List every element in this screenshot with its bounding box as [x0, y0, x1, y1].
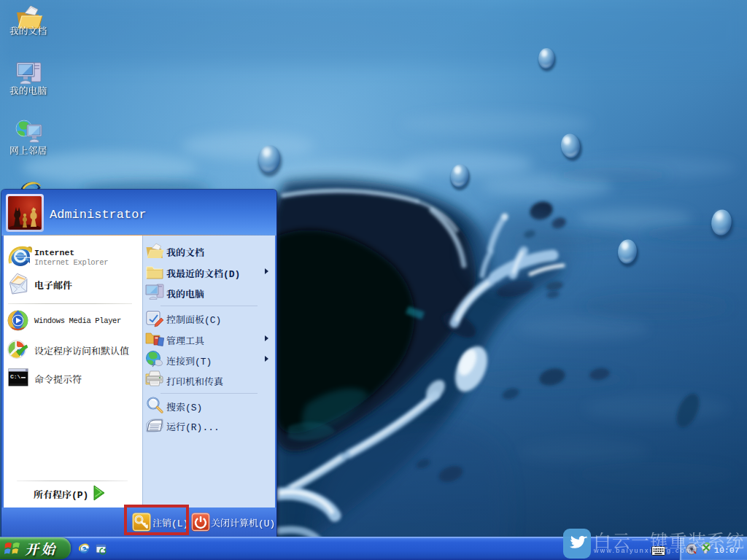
svg-text:C:\: C:\ — [10, 373, 21, 380]
